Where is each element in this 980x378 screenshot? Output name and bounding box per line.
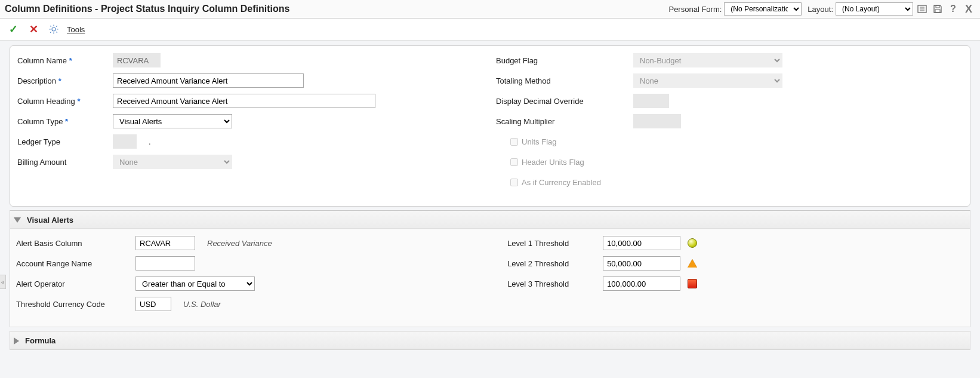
visual-alerts-section: Visual Alerts Alert Basis Column Receive…: [10, 210, 970, 327]
save-icon[interactable]: [931, 2, 944, 16]
cancel-button[interactable]: ✕: [26, 22, 41, 36]
level1-label: Level 1 Threshold: [507, 239, 603, 248]
level3-label: Level 3 Threshold: [507, 279, 603, 288]
alert-operator-label: Alert Operator: [16, 279, 135, 288]
formula-section: Formula: [10, 331, 970, 350]
main-form-panel: Column Name Description Column Heading C…: [10, 45, 970, 207]
ledger-type-text: .: [149, 137, 151, 146]
expand-icon[interactable]: [14, 337, 19, 345]
page-action-icon-1[interactable]: [916, 2, 929, 16]
side-expand-handle[interactable]: «: [0, 275, 6, 289]
formula-header[interactable]: Formula: [10, 331, 970, 349]
asif-currency-checkbox: As if Currency Enabled: [508, 177, 601, 188]
page-title: Column Definitions - Project Status Inqu…: [5, 4, 289, 14]
form-left-column: Column Name Description Column Heading C…: [17, 53, 484, 195]
column-name-label: Column Name: [17, 56, 113, 65]
column-name-field: [113, 53, 161, 67]
totaling-method-label: Totaling Method: [496, 76, 591, 85]
title-bar: Column Definitions - Project Status Inqu…: [0, 0, 980, 19]
budget-flag-label: Budget Flag: [496, 56, 591, 65]
ok-button[interactable]: ✓: [6, 22, 20, 36]
level2-field[interactable]: [603, 256, 680, 271]
units-flag-checkbox: Units Flag: [508, 136, 557, 147]
threshold-currency-label: Threshold Currency Code: [16, 300, 135, 309]
column-heading-field[interactable]: [113, 94, 375, 108]
personal-form-label: Personal Form:: [668, 5, 722, 14]
formula-title: Formula: [25, 336, 56, 345]
billing-amount-label: Billing Amount: [17, 158, 113, 167]
budget-flag-select: Non-Budget: [633, 53, 782, 67]
alert-basis-desc: Received Variance: [207, 239, 272, 248]
collapse-icon[interactable]: [14, 217, 21, 223]
help-icon[interactable]: ?: [947, 2, 960, 16]
alert-operator-select[interactable]: Greater than or Equal to: [135, 276, 255, 291]
billing-amount-select: None: [113, 155, 232, 169]
scaling-multiplier-label: Scaling Multiplier: [496, 117, 591, 126]
level2-label: Level 2 Threshold: [507, 259, 603, 268]
header-units-flag-checkbox: Header Units Flag: [508, 156, 584, 168]
totaling-method-select: None: [633, 73, 782, 88]
description-field[interactable]: [113, 73, 304, 88]
account-range-label: Account Range Name: [16, 259, 135, 268]
level3-field[interactable]: [603, 276, 680, 291]
display-decimal-field: [633, 94, 669, 108]
action-toolbar: ✓ ✕ Tools: [0, 19, 980, 41]
level2-alert-icon: [688, 259, 697, 268]
level1-alert-icon: [688, 238, 697, 248]
alert-basis-label: Alert Basis Column: [16, 239, 135, 248]
threshold-currency-field[interactable]: [135, 297, 171, 311]
ledger-type-field: [113, 134, 137, 149]
visual-alerts-title: Visual Alerts: [27, 216, 73, 225]
display-decimal-label: Display Decimal Override: [496, 97, 591, 106]
personal-form-select[interactable]: (No Personalization): [724, 2, 802, 16]
column-type-label: Column Type: [17, 117, 113, 126]
column-type-select[interactable]: Visual Alerts: [113, 114, 232, 128]
ledger-type-label: Ledger Type: [17, 137, 113, 146]
tools-icon[interactable]: [47, 22, 61, 36]
tools-menu[interactable]: Tools: [67, 25, 85, 34]
alert-basis-field[interactable]: [135, 236, 195, 250]
description-label: Description: [17, 76, 113, 85]
level1-field[interactable]: [603, 236, 680, 250]
account-range-field[interactable]: [135, 256, 195, 271]
threshold-currency-desc: U.S. Dollar: [183, 300, 221, 309]
column-heading-label: Column Heading: [17, 97, 113, 106]
scaling-multiplier-field: [633, 114, 681, 128]
visual-alerts-header[interactable]: Visual Alerts: [10, 211, 970, 229]
level3-alert-icon: [688, 279, 697, 288]
close-icon[interactable]: X: [962, 2, 975, 16]
layout-label: Layout:: [808, 5, 833, 14]
layout-select[interactable]: (No Layout): [836, 2, 913, 16]
svg-rect-5: [935, 10, 940, 13]
form-right-column: Budget Flag Non-Budget Totaling Method N…: [496, 53, 963, 195]
